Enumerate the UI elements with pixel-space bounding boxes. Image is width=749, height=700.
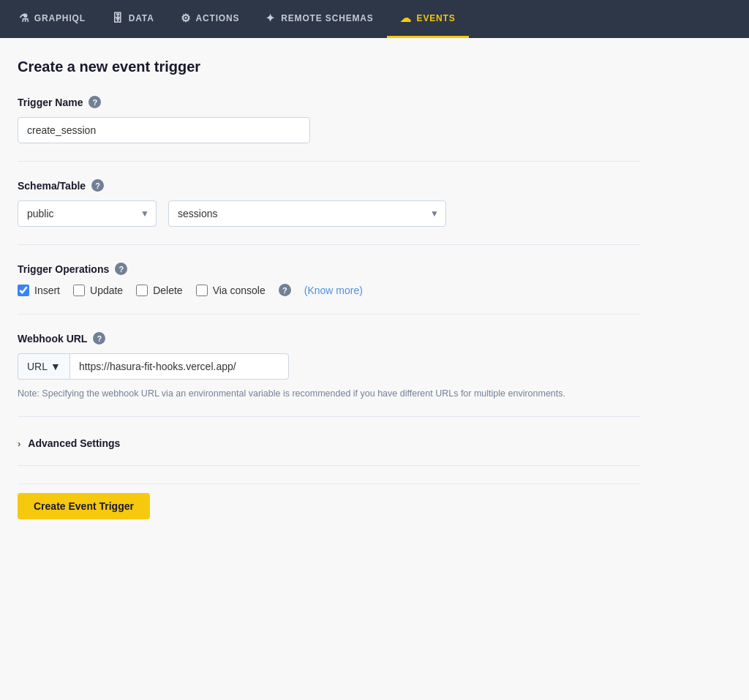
nav-item-actions[interactable]: ⚙ ACTIONS <box>168 0 253 38</box>
advanced-settings-section: › Advanced Settings <box>18 434 641 466</box>
webhook-url-section: Webhook URL ? URL ▼ Note: Specifying the… <box>18 332 641 417</box>
checkbox-via-console-input[interactable] <box>196 285 208 296</box>
checkbox-insert-input[interactable] <box>18 285 29 296</box>
remote-schemas-icon: ✦ <box>266 12 276 25</box>
checkbox-update-label: Update <box>90 285 123 296</box>
data-icon: 🗄 <box>112 12 124 24</box>
url-type-button[interactable]: URL ▼ <box>18 353 69 380</box>
nav-item-data[interactable]: 🗄 DATA <box>99 0 168 38</box>
actions-icon: ⚙ <box>181 12 191 25</box>
advanced-chevron-icon: › <box>18 438 20 449</box>
checkbox-insert[interactable]: Insert <box>18 285 60 296</box>
graphiql-icon: ⚗ <box>19 12 29 25</box>
trigger-operations-help-icon[interactable]: ? <box>115 263 127 275</box>
trigger-operations-section: Trigger Operations ? Insert Update Delet… <box>18 263 641 315</box>
checkbox-delete-label: Delete <box>153 285 182 296</box>
via-console-help-icon[interactable]: ? <box>279 284 291 296</box>
know-more-link[interactable]: (Know more) <box>304 285 363 296</box>
trigger-name-help-icon[interactable]: ? <box>89 96 101 108</box>
operations-row: Insert Update Delete Via console ? (Know… <box>18 284 641 296</box>
schema-select-wrapper: public private ▼ <box>18 200 157 227</box>
trigger-name-input[interactable] <box>18 117 310 143</box>
nav-label-data: DATA <box>129 13 154 23</box>
checkbox-delete-input[interactable] <box>136 285 148 296</box>
trigger-name-section: Trigger Name ? <box>18 96 641 162</box>
checkbox-update[interactable]: Update <box>73 285 123 296</box>
nav-item-events[interactable]: ☁ EVENTS <box>387 0 469 38</box>
page-title: Create a new event trigger <box>18 59 641 75</box>
nav-item-remote-schemas[interactable]: ✦ REMOTE SCHEMAS <box>252 0 386 38</box>
trigger-operations-label: Trigger Operations ? <box>18 263 641 275</box>
nav-label-graphiql: GRAPHIQL <box>34 13 86 23</box>
webhook-url-label: Webhook URL ? <box>18 332 641 345</box>
nav-item-graphiql[interactable]: ⚗ GRAPHIQL <box>6 0 99 38</box>
schema-table-help-icon[interactable]: ? <box>91 179 104 192</box>
advanced-settings-label: Advanced Settings <box>28 437 120 449</box>
checkbox-update-input[interactable] <box>73 285 85 296</box>
events-icon: ☁ <box>400 12 412 25</box>
schema-table-section: Schema/Table ? public private ▼ sessions… <box>18 179 641 245</box>
webhook-url-note: Note: Specifying the webhook URL via an … <box>18 388 641 399</box>
url-type-chevron-icon: ▼ <box>50 361 61 372</box>
checkbox-via-console-label: Via console <box>213 285 266 296</box>
checkbox-insert-label: Insert <box>34 285 60 296</box>
table-select[interactable]: sessions users orders <box>168 200 446 227</box>
webhook-row: URL ▼ <box>18 353 641 380</box>
bottom-section: Create Event Trigger <box>18 483 641 540</box>
checkbox-via-console[interactable]: Via console <box>196 285 266 296</box>
checkbox-delete[interactable]: Delete <box>136 285 182 296</box>
nav-label-remote-schemas: REMOTE SCHEMAS <box>281 13 373 23</box>
main-content: Create a new event trigger Trigger Name … <box>0 38 658 560</box>
nav-bar: ⚗ GRAPHIQL 🗄 DATA ⚙ ACTIONS ✦ REMOTE SCH… <box>0 0 749 38</box>
webhook-url-input[interactable] <box>69 353 289 380</box>
schema-table-label: Schema/Table ? <box>18 179 641 192</box>
schema-table-row: public private ▼ sessions users orders ▼ <box>18 200 641 227</box>
schema-select[interactable]: public private <box>18 200 157 227</box>
nav-label-actions: ACTIONS <box>196 13 240 23</box>
nav-label-events: EVENTS <box>417 13 456 23</box>
webhook-url-help-icon[interactable]: ? <box>93 332 105 345</box>
trigger-name-label: Trigger Name ? <box>18 96 641 108</box>
table-select-wrapper: sessions users orders ▼ <box>168 200 446 227</box>
advanced-settings-toggle[interactable]: › Advanced Settings <box>18 434 641 452</box>
create-event-trigger-button[interactable]: Create Event Trigger <box>18 493 150 519</box>
